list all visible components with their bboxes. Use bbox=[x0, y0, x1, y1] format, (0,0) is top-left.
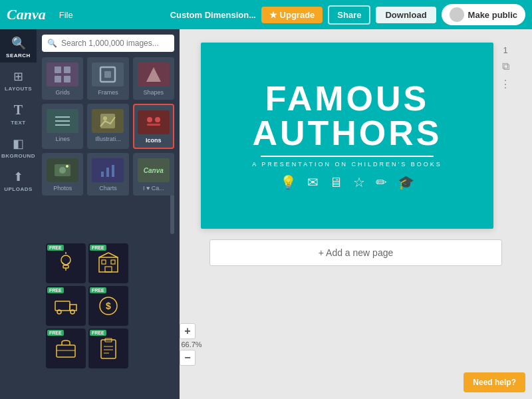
sidebar-item-search[interactable]: 🔍 SEARCH bbox=[0, 29, 37, 63]
custom-dimensions-label[interactable]: Custom Dimension... bbox=[170, 10, 256, 20]
search-input[interactable] bbox=[61, 39, 169, 48]
top-navigation: Canva File Custom Dimension... ★ Upgrade… bbox=[0, 0, 532, 29]
canvas-icon-bulb: 💡 bbox=[280, 174, 297, 190]
need-help-button[interactable]: Need help? bbox=[464, 372, 525, 392]
svg-rect-25 bbox=[99, 257, 118, 272]
svg-rect-38 bbox=[101, 340, 116, 358]
canvas-icon-plane: ✉ bbox=[307, 174, 319, 190]
grid-item-photos[interactable]: Photos bbox=[42, 153, 83, 196]
scroll-indicator bbox=[170, 194, 174, 234]
elements-grid: Grids Frames Shapes bbox=[42, 57, 174, 196]
canva-label: I ♥ Ca... bbox=[143, 185, 164, 192]
free-badge-2: FREE bbox=[90, 245, 106, 251]
uploads-icon: ⬆ bbox=[13, 170, 23, 184]
canvas-icon-grad: 🎓 bbox=[398, 174, 414, 190]
frames-thumbnail bbox=[92, 63, 124, 86]
canvas-area: FAMOUS AUTHORS A PRESENTATION ON CHILDRE… bbox=[180, 29, 532, 399]
svg-text:$: $ bbox=[106, 301, 111, 311]
page-number: 1 bbox=[500, 45, 511, 55]
grid-item-canva[interactable]: Canva I ♥ Ca... bbox=[133, 153, 174, 196]
photos-thumbnail bbox=[47, 158, 78, 182]
sidebar-item-layouts[interactable]: ⊞ LAYOUTS bbox=[0, 63, 37, 96]
grid-item-grids[interactable]: Grids bbox=[42, 57, 83, 100]
canvas-subtitle: A PRESENTATION ON CHILDREN'S BOOKS bbox=[252, 161, 442, 168]
upgrade-button[interactable]: ★ Upgrade bbox=[261, 7, 323, 23]
icons-label: Icons bbox=[146, 137, 162, 144]
icon-pack-building[interactable]: FREE bbox=[88, 243, 128, 283]
svg-rect-22 bbox=[63, 265, 68, 268]
icon-pack-clipboard[interactable]: FREE bbox=[88, 329, 128, 368]
svg-rect-19 bbox=[106, 168, 109, 177]
canva-thumbnail: Canva bbox=[138, 158, 170, 182]
svg-rect-2 bbox=[55, 76, 61, 82]
zoom-value: 66.7% bbox=[180, 340, 203, 348]
illustrations-label: Illustrati... bbox=[95, 136, 121, 142]
sidebar-icon-bar: 🔍 SEARCH ⊞ LAYOUTS T TEXT ◧ BKGROUND ⬆ U… bbox=[0, 29, 37, 399]
icon-pack-money[interactable]: FREE $ bbox=[88, 286, 128, 326]
svg-line-29 bbox=[99, 253, 108, 257]
copy-page-button[interactable]: ⧉ bbox=[500, 61, 511, 72]
svg-marker-6 bbox=[146, 67, 161, 82]
icon-pack-preview: FREE FREE bbox=[42, 239, 174, 394]
svg-rect-20 bbox=[112, 165, 114, 177]
grids-label: Grids bbox=[55, 89, 70, 96]
icon-pack-bulb[interactable]: FREE bbox=[46, 243, 86, 283]
sidebar-item-layouts-label: LAYOUTS bbox=[5, 86, 32, 92]
icons-thumbnail bbox=[138, 110, 170, 134]
grid-item-charts[interactable]: Charts bbox=[87, 153, 128, 196]
frames-label: Frames bbox=[98, 89, 118, 96]
svg-rect-36 bbox=[57, 345, 75, 357]
charts-thumbnail bbox=[92, 158, 124, 182]
sidebar-item-background-label: BKGROUND bbox=[1, 153, 35, 159]
svg-rect-0 bbox=[55, 66, 61, 73]
lines-label: Lines bbox=[55, 136, 70, 142]
main-layout: 🔍 SEARCH ⊞ LAYOUTS T TEXT ◧ BKGROUND ⬆ U… bbox=[0, 29, 532, 399]
canvas-right-controls: 1 ⧉ ⋮ bbox=[500, 43, 511, 90]
sidebar-item-search-label: SEARCH bbox=[6, 53, 31, 59]
svg-point-14 bbox=[155, 117, 160, 122]
app-logo: Canva bbox=[7, 6, 46, 23]
canvas-icon-row: 💡 ✉ 🖥 ☆ ✏ 🎓 bbox=[280, 174, 414, 190]
sidebar-item-uploads[interactable]: ⬆ UPLOADS bbox=[0, 163, 37, 196]
grid-item-shapes[interactable]: Shapes bbox=[133, 57, 174, 100]
free-badge-4: FREE bbox=[90, 287, 106, 293]
svg-point-16 bbox=[59, 167, 66, 174]
zoom-in-button[interactable]: + bbox=[180, 323, 196, 339]
svg-rect-26 bbox=[102, 260, 106, 264]
free-badge-3: FREE bbox=[47, 287, 64, 293]
download-button[interactable]: Download bbox=[376, 7, 436, 23]
search-input-wrapper: 🔍 bbox=[42, 35, 174, 52]
layouts-icon: ⊞ bbox=[13, 69, 23, 84]
icon-pack-briefcase[interactable]: FREE bbox=[46, 329, 86, 368]
icon-grid: FREE FREE bbox=[46, 243, 170, 368]
make-public-button[interactable]: Make public bbox=[442, 4, 525, 25]
charts-label: Charts bbox=[99, 185, 117, 192]
photos-label: Photos bbox=[53, 185, 72, 192]
canvas-wrapper: FAMOUS AUTHORS A PRESENTATION ON CHILDRE… bbox=[201, 43, 511, 229]
zoom-controls: + 66.7% − bbox=[180, 323, 203, 366]
grid-item-illustrations[interactable]: Illustrati... bbox=[87, 104, 128, 149]
share-button[interactable]: Share bbox=[328, 5, 370, 25]
sidebar-item-background[interactable]: ◧ BKGROUND bbox=[0, 130, 37, 163]
zoom-out-button[interactable]: − bbox=[180, 350, 196, 366]
svg-rect-13 bbox=[147, 124, 160, 126]
add-page-button[interactable]: + Add a new page bbox=[209, 239, 502, 266]
svg-rect-31 bbox=[55, 301, 70, 311]
sidebar-item-text-label: TEXT bbox=[11, 120, 25, 126]
search-icon-small: 🔍 bbox=[47, 39, 57, 48]
svg-point-12 bbox=[147, 117, 152, 122]
design-canvas[interactable]: FAMOUS AUTHORS A PRESENTATION ON CHILDRE… bbox=[201, 43, 493, 229]
shapes-label: Shapes bbox=[144, 89, 164, 96]
file-menu[interactable]: File bbox=[54, 7, 78, 23]
free-badge-6: FREE bbox=[90, 330, 106, 336]
canvas-title: FAMOUS AUTHORS bbox=[252, 81, 442, 150]
more-options-button[interactable]: ⋮ bbox=[500, 78, 511, 90]
canvas-icon-monitor: 🖥 bbox=[329, 175, 342, 190]
icon-pack-truck[interactable]: FREE bbox=[46, 286, 86, 326]
grid-item-frames[interactable]: Frames bbox=[87, 57, 128, 100]
grid-item-lines[interactable]: Lines bbox=[42, 104, 83, 149]
sidebar-item-text[interactable]: T TEXT bbox=[0, 96, 37, 130]
svg-point-17 bbox=[66, 165, 68, 168]
grid-item-icons[interactable]: Icons bbox=[133, 104, 174, 149]
search-panel: 🔍 Grids bbox=[37, 29, 180, 399]
